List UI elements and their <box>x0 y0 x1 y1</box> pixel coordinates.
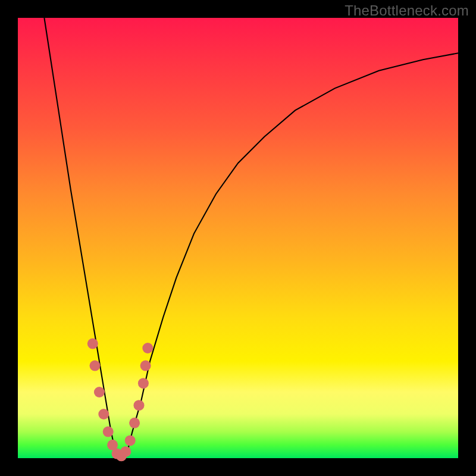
data-point <box>129 418 140 428</box>
plot-area <box>18 18 458 458</box>
data-point <box>120 446 131 457</box>
chart-frame: TheBottleneck.com <box>0 0 476 476</box>
bottleneck-curve <box>44 18 458 458</box>
data-point <box>98 409 109 419</box>
data-point <box>142 343 153 353</box>
data-points <box>87 339 153 462</box>
data-point <box>140 361 151 371</box>
data-point <box>138 378 149 389</box>
data-point <box>90 361 101 371</box>
data-point <box>134 400 145 411</box>
watermark-label: TheBottleneck.com <box>345 2 469 19</box>
data-point <box>87 339 98 349</box>
data-point <box>103 427 114 437</box>
data-point <box>125 435 136 446</box>
chart-svg <box>18 18 458 458</box>
data-point <box>94 387 105 397</box>
